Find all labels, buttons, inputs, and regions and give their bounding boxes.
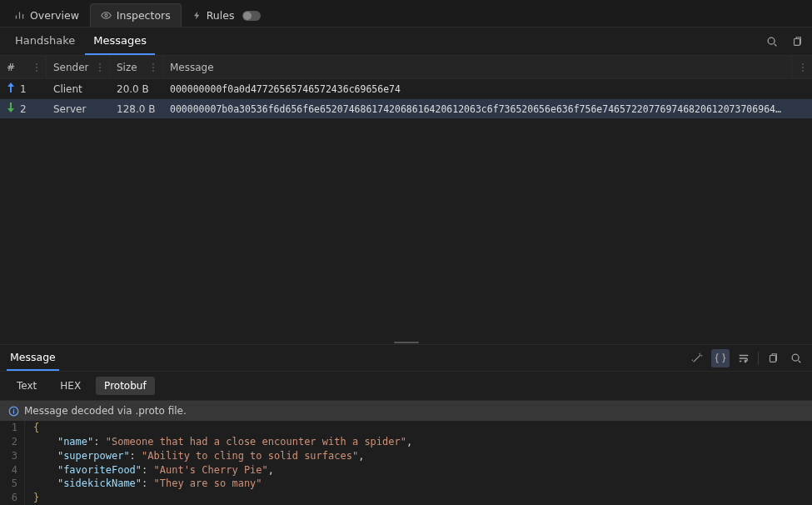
line-number: 6 [0, 491, 25, 505]
line-number: 1 [0, 421, 25, 435]
svg-rect-15 [770, 355, 776, 362]
eye-icon [101, 10, 112, 21]
bottom-header: Message [0, 345, 812, 372]
info-icon [8, 406, 19, 417]
arrow-down-icon [7, 102, 15, 115]
braces-icon[interactable] [711, 349, 730, 368]
col-menu-icon[interactable] [149, 62, 157, 72]
row-number: 2 [20, 103, 27, 115]
tab-overview-label: Overview [30, 9, 79, 22]
decode-tabs: Text HEX Protobuf [0, 372, 812, 401]
bottom-title: Message [7, 345, 59, 371]
code-key: "favoriteFood" [57, 464, 142, 476]
code-string: "Ability to cling to solid surfaces" [142, 450, 358, 462]
code-string: "They are so many" [154, 478, 262, 489]
bottom-actions [688, 349, 805, 368]
row-size: 20.0 B [110, 83, 163, 95]
svg-point-14 [802, 70, 804, 72]
svg-point-9 [152, 63, 154, 65]
tab-overview[interactable]: Overview [3, 3, 90, 27]
row-message: 000000007b0a30536f6d656f6e65207468617420… [163, 103, 792, 115]
col-size[interactable]: Size [110, 56, 163, 78]
line-number: 3 [0, 449, 25, 463]
svg-rect-2 [795, 38, 800, 45]
decode-tab-protobuf[interactable]: Protobuf [96, 377, 155, 395]
col-menu-icon[interactable] [32, 62, 41, 72]
copy-icon[interactable] [764, 349, 782, 368]
bottom-pane: Message Text HEX Protobuf [0, 344, 812, 505]
col-sender-label: Sender [53, 62, 89, 73]
row-message: 000000000f0a0d47726565746572436c69656e74 [163, 83, 792, 95]
info-strip: Message decoded via .proto file. [0, 401, 812, 421]
wrap-icon[interactable] [735, 349, 753, 368]
row-sender: Server [47, 103, 110, 115]
svg-point-6 [99, 63, 101, 65]
arrow-up-icon [7, 82, 15, 95]
svg-point-11 [152, 70, 154, 72]
svg-point-12 [802, 63, 804, 65]
wand-icon[interactable] [688, 349, 706, 368]
col-number-label: # [7, 62, 15, 73]
col-size-label: Size [117, 62, 137, 73]
col-message-label: Message [170, 62, 214, 73]
svg-point-7 [99, 67, 101, 68]
table-row[interactable]: 2 Server 128.0 B 000000007b0a30536f6d656… [0, 99, 812, 119]
search-icon[interactable] [764, 33, 780, 50]
tab-inspectors-label: Inspectors [117, 9, 171, 22]
svg-point-0 [105, 14, 107, 17]
col-actions [792, 56, 812, 78]
svg-point-4 [36, 67, 37, 68]
info-text: Message decoded via .proto file. [24, 405, 187, 417]
col-number[interactable]: # [0, 56, 47, 78]
code-string: "Someone that had a close encounter with… [106, 436, 406, 448]
search-icon[interactable] [787, 349, 805, 368]
svg-point-5 [36, 70, 37, 72]
line-number: 4 [0, 463, 25, 478]
subtab-bar: Handshake Messages [0, 28, 812, 56]
decode-tab-text[interactable]: Text [8, 377, 45, 395]
code-brace: { [33, 422, 39, 433]
subtab-handshake[interactable]: Handshake [7, 28, 83, 55]
code-key: "name" [57, 436, 93, 448]
svg-point-16 [792, 354, 799, 361]
bars-icon [14, 10, 25, 21]
tab-rules[interactable]: Rules [182, 3, 272, 27]
code-key: "sidekickName" [57, 478, 142, 489]
pane-resize-handle[interactable] [0, 341, 812, 344]
messages-table: # Sender Size Message 1 Client 20.0 B 00… [0, 56, 812, 119]
svg-point-8 [99, 70, 101, 72]
divider [758, 352, 759, 365]
row-sender: Client [47, 83, 110, 95]
svg-point-10 [152, 67, 154, 68]
code-string: "Aunt's Cherry Pie" [154, 464, 268, 476]
row-number: 1 [20, 83, 27, 95]
copy-icon[interactable] [789, 33, 805, 50]
line-number: 2 [0, 435, 25, 449]
decode-tab-hex[interactable]: HEX [52, 377, 89, 395]
rules-toggle[interactable] [242, 11, 261, 21]
svg-point-3 [36, 63, 37, 65]
line-number: 5 [0, 477, 25, 491]
svg-point-1 [768, 38, 775, 44]
table-empty-area [0, 119, 812, 341]
tab-rules-label: Rules [207, 9, 235, 22]
svg-point-13 [802, 67, 804, 68]
top-tab-bar: Overview Inspectors Rules [0, 0, 812, 28]
col-menu-icon[interactable] [799, 62, 807, 72]
tab-inspectors[interactable]: Inspectors [90, 3, 182, 27]
code-key: "superpower" [57, 450, 130, 462]
lightning-icon [192, 10, 202, 21]
table-header: # Sender Size Message [0, 56, 812, 79]
table-row[interactable]: 1 Client 20.0 B 000000000f0a0d4772656574… [0, 79, 812, 99]
row-size: 128.0 B [110, 103, 163, 115]
code-brace: } [33, 492, 39, 503]
col-sender[interactable]: Sender [47, 56, 110, 78]
col-menu-icon[interactable] [96, 62, 104, 72]
subtab-messages[interactable]: Messages [85, 28, 155, 55]
col-message[interactable]: Message [163, 56, 792, 78]
code-view[interactable]: 1{ 2 "name": "Someone that had a close e… [0, 421, 812, 505]
